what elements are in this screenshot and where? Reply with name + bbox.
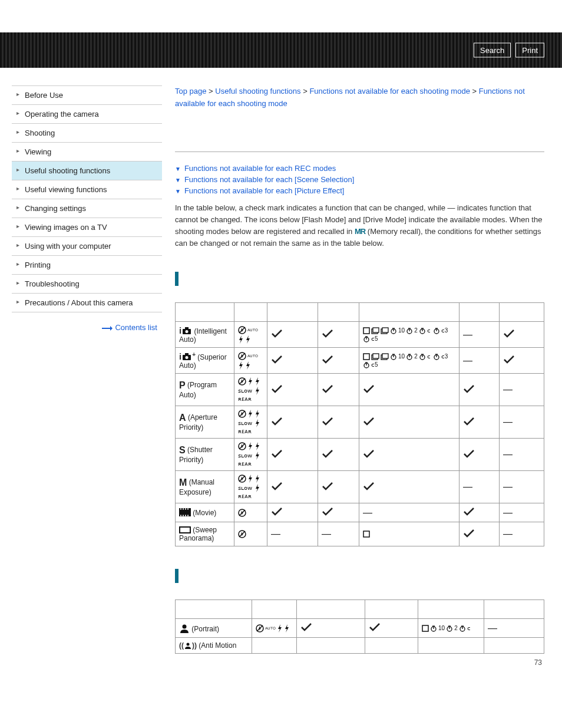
- breadcrumb: Top page > Useful shooting functions > F…: [175, 85, 544, 110]
- sidebar-item-1[interactable]: Operating the camera: [12, 105, 162, 124]
- check-icon: [271, 482, 283, 491]
- anchor-link-2[interactable]: Functions not available for each [Pictur…: [175, 185, 544, 196]
- scene-selection-table: (Portrait) ᴬᵁᵀᴼ 10 2 ᴄ—(()) (Anti Motion: [175, 599, 544, 654]
- dash-icon: —: [271, 529, 280, 539]
- svg-marker-67: [249, 410, 252, 418]
- anchor-links: Functions not available for each REC mod…: [175, 163, 544, 196]
- check-icon: [463, 449, 475, 459]
- check-icon: [271, 449, 283, 459]
- svg-marker-36: [239, 361, 243, 370]
- check-icon: [463, 384, 475, 394]
- svg-marker-9: [246, 335, 250, 344]
- sidebar-item-10[interactable]: Troubleshooting: [12, 275, 162, 294]
- check-icon: [322, 449, 333, 459]
- check-icon: [363, 384, 375, 394]
- svg-rect-107: [422, 625, 428, 631]
- check-icon: [369, 622, 381, 632]
- table-row: (Portrait) ᴬᵁᵀᴼ 10 2 ᴄ—: [176, 619, 544, 638]
- sidebar-item-7[interactable]: Viewing images on a TV: [12, 218, 162, 237]
- table-row: S (Shutter Priority) ꜱʟᴏᴡʀᴇᴀʀ—: [176, 439, 544, 471]
- breadcrumb-l2[interactable]: Functions not available for each shootin…: [309, 87, 470, 95]
- mode-icon: [179, 526, 191, 534]
- breadcrumb-l1[interactable]: Useful shooting functions: [215, 87, 300, 95]
- dash-icon: —: [503, 529, 513, 539]
- svg-point-117: [187, 643, 190, 646]
- mode-label: (Movie): [191, 509, 216, 517]
- svg-point-32: [186, 356, 189, 359]
- table-row: (()) (Anti Motion: [176, 638, 544, 654]
- mode-label: (Portrait): [190, 625, 219, 633]
- rec-modes-table: i (Intelligent Auto) ᴬᵁᵀᴼ 10 2 ᴄᴄ3 ᴄ5—i+…: [175, 302, 544, 546]
- sidebar-item-9[interactable]: Printing: [12, 256, 162, 275]
- sidebar-item-4[interactable]: Useful shooting functions: [12, 162, 162, 180]
- section-marker-2: [175, 569, 178, 583]
- check-icon: [463, 529, 475, 538]
- svg-rect-87: [185, 509, 186, 510]
- sidebar-item-0[interactable]: Before Use: [12, 86, 162, 105]
- svg-rect-91: [185, 515, 186, 516]
- svg-marker-73: [249, 442, 252, 450]
- mode-icon: P: [179, 381, 186, 389]
- check-icon: [300, 622, 312, 632]
- svg-marker-79: [249, 475, 252, 483]
- sidebar-item-5[interactable]: Useful viewing functions: [12, 180, 162, 199]
- table-header: [418, 600, 484, 619]
- dash-icon: —: [463, 330, 472, 340]
- sidebar-item-6[interactable]: Changing settings: [12, 199, 162, 218]
- svg-rect-100: [363, 531, 369, 537]
- divider: [175, 151, 544, 152]
- sidebar-item-11[interactable]: Precautions / About this camera: [12, 294, 162, 312]
- svg-rect-88: [187, 509, 189, 510]
- svg-marker-106: [285, 624, 289, 633]
- table-header: [252, 600, 297, 619]
- svg-point-4: [186, 330, 189, 333]
- contents-list-link[interactable]: Contents list: [102, 323, 157, 332]
- svg-rect-42: [382, 354, 388, 358]
- table-header: [297, 600, 365, 619]
- print-button[interactable]: Print: [515, 43, 544, 58]
- table-header: [365, 600, 418, 619]
- svg-rect-86: [183, 509, 184, 510]
- table-header: [176, 600, 252, 619]
- check-icon: [503, 355, 515, 364]
- dash-icon: —: [363, 508, 372, 518]
- search-button[interactable]: Search: [474, 43, 511, 58]
- check-icon: [322, 417, 333, 426]
- dash-icon: —: [503, 508, 513, 518]
- table-header: [359, 303, 459, 322]
- sidebar-item-2[interactable]: Shooting: [12, 124, 162, 143]
- table-header: [484, 600, 544, 619]
- svg-marker-61: [249, 377, 252, 386]
- table-row: (Sweep Panorama)———: [176, 522, 544, 546]
- svg-marker-63: [256, 387, 259, 395]
- anchor-link-1[interactable]: Functions not available for each [Scene …: [175, 174, 544, 185]
- mode-label: (Anti Motion: [197, 641, 236, 650]
- svg-marker-37: [246, 361, 250, 370]
- table-header: [267, 303, 318, 322]
- table-header: [176, 303, 234, 322]
- svg-marker-105: [278, 624, 282, 633]
- dash-icon: —: [503, 449, 513, 459]
- header-band: Search Print: [0, 32, 562, 68]
- anchor-link-0[interactable]: Functions not available for each REC mod…: [175, 163, 544, 174]
- svg-marker-62: [256, 377, 259, 386]
- sidebar-item-3[interactable]: Viewing: [12, 143, 162, 162]
- check-icon: [363, 449, 375, 459]
- check-icon: [271, 384, 283, 394]
- dash-icon: —: [463, 482, 472, 492]
- table-row: i (Intelligent Auto) ᴬᵁᵀᴼ 10 2 ᴄᴄ3 ᴄ5—: [176, 322, 544, 348]
- main-content: Top page > Useful shooting functions > F…: [162, 85, 562, 690]
- table-header: [500, 303, 544, 322]
- svg-marker-69: [256, 419, 259, 427]
- svg-rect-85: [180, 509, 181, 510]
- check-icon: [322, 482, 333, 491]
- table-row: P (Program Auto) ꜱʟᴏᴡʀᴇᴀʀ—: [176, 374, 544, 406]
- sidebar-nav: Before UseOperating the cameraShootingVi…: [0, 85, 162, 690]
- svg-marker-75: [256, 452, 259, 460]
- table-header: [234, 303, 267, 322]
- breadcrumb-top[interactable]: Top page: [175, 87, 207, 95]
- table-row: A (Aperture Priority) ꜱʟᴏᴡʀᴇᴀʀ—: [176, 406, 544, 439]
- table-row: (Movie)——: [176, 503, 544, 522]
- mode-icon: (()): [179, 641, 197, 650]
- sidebar-item-8[interactable]: Using with your computer: [12, 237, 162, 256]
